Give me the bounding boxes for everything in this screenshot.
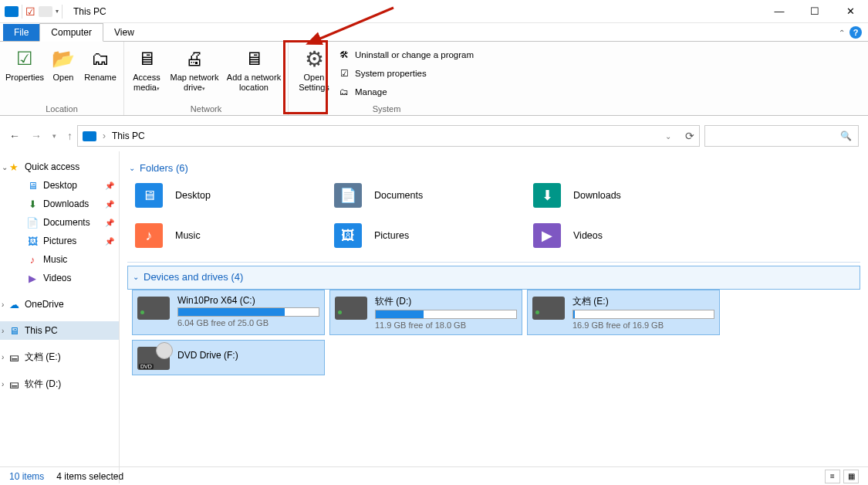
view-details-button[interactable]: ≡ <box>825 470 840 483</box>
status-item-count: 10 items <box>9 471 44 482</box>
desktop-icon: 🖥 <box>26 179 39 192</box>
add-network-location-button[interactable]: Add a network location <box>225 43 283 104</box>
tab-computer[interactable]: Computer <box>39 23 103 42</box>
group-network-label: Network <box>129 104 283 115</box>
group-system: Open Settings 🛠 Uninstall or change a pr… <box>289 42 485 115</box>
properties-label: Properties <box>5 73 44 83</box>
sidebar-desktop[interactable]: 🖥Desktop📌 <box>0 176 119 195</box>
nav-up-button[interactable]: ↑ <box>67 130 73 142</box>
group-location-label: Location <box>5 104 119 115</box>
app-icon[interactable] <box>5 6 19 17</box>
group-location: Properties Open Rename Location <box>0 42 124 115</box>
maximize-button[interactable]: ☐ <box>797 0 833 23</box>
folder-item[interactable]: ⬇Downloads <box>530 180 723 211</box>
folder-item[interactable]: 📄Documents <box>331 180 524 211</box>
manage-icon: 🗂 <box>338 86 350 98</box>
pictures-icon: 🖼 <box>26 235 39 247</box>
ribbon-tabs: File Computer View ⌃ ? <box>0 23 868 42</box>
refresh-icon[interactable]: ⟳ <box>685 130 694 142</box>
drive-usage-bar <box>572 310 714 319</box>
chevron-right-icon[interactable]: › <box>2 327 9 335</box>
nav-back-button[interactable]: ← <box>9 130 20 142</box>
sidebar-this-pc[interactable]: ›🖥This PC <box>0 321 119 340</box>
tab-file[interactable]: File <box>3 24 39 41</box>
drive-item[interactable]: 文档 (E:) 16.9 GB free of 16.9 GB <box>527 290 720 335</box>
rename-button[interactable]: Rename <box>82 43 119 104</box>
map-network-drive-button[interactable]: Map network drive▾ <box>167 43 221 104</box>
main-area: ⌄ ★ Quick access 🖥Desktop📌 ⬇Downloads📌 📄… <box>0 151 868 483</box>
videos-icon: ▶ <box>26 272 39 284</box>
sidebar-downloads[interactable]: ⬇Downloads📌 <box>0 195 119 213</box>
sidebar-documents[interactable]: 📄Documents📌 <box>0 213 119 232</box>
drive-icon <box>335 297 367 320</box>
sidebar-drive-e[interactable]: ›🖴文档 (E:) <box>0 348 119 367</box>
map-network-drive-icon <box>182 46 207 71</box>
qat-folder-icon[interactable] <box>39 6 52 17</box>
search-input[interactable]: 🔍 <box>704 125 859 147</box>
sidebar-music[interactable]: ♪Music <box>0 250 119 269</box>
drive-usage-bar <box>375 310 517 319</box>
group-network: Access media▾ Map network drive▾ Add a n… <box>124 42 289 115</box>
chevron-right-icon[interactable]: › <box>2 380 9 388</box>
properties-button[interactable]: Properties <box>5 43 45 104</box>
chevron-down-icon: ⌄ <box>129 164 135 172</box>
chevron-down-icon[interactable]: ⌄ <box>2 163 9 171</box>
view-large-icons-button[interactable]: ▦ <box>843 470 859 483</box>
uninstall-label: Uninstall or change a program <box>355 50 474 59</box>
folder-icon: ⬇ <box>533 183 561 208</box>
access-media-button[interactable]: Access media▾ <box>129 43 164 104</box>
nav-forward-button[interactable]: → <box>31 130 42 142</box>
address-sep: › <box>103 131 106 141</box>
content-pane: ⌄ Folders (6) 🖥Desktop📄Documents⬇Downloa… <box>120 151 868 483</box>
folder-item[interactable]: 🖼Pictures <box>331 220 524 251</box>
folder-item[interactable]: 🖥Desktop <box>132 180 325 211</box>
tab-view[interactable]: View <box>103 24 145 41</box>
manage-button[interactable]: 🗂 Manage <box>338 83 474 100</box>
breadcrumb[interactable]: This PC <box>112 131 145 141</box>
rename-label: Rename <box>84 73 117 83</box>
sidebar-quick-access[interactable]: ⌄ ★ Quick access <box>0 158 119 176</box>
section-folders-header[interactable]: ⌄ Folders (6) <box>127 158 860 180</box>
section-drives-header[interactable]: ⌄ Devices and drives (4) <box>127 266 860 290</box>
music-icon: ♪ <box>26 253 39 266</box>
downloads-icon: ⬇ <box>26 198 39 210</box>
drive-item[interactable]: DVD DVD Drive (F:) <box>132 340 325 375</box>
pin-icon: 📌 <box>105 200 114 209</box>
qat-properties-icon[interactable]: ☑ <box>25 5 35 18</box>
folder-icon: 🖥 <box>135 183 163 208</box>
drive-icon <box>137 297 170 320</box>
sidebar-pictures[interactable]: 🖼Pictures📌 <box>0 232 119 250</box>
nav-recent-dropdown[interactable]: ▾ <box>52 132 56 140</box>
sidebar-quick-access-label: Quick access <box>25 161 79 172</box>
open-settings-button[interactable]: Open Settings <box>293 43 335 104</box>
status-selected-count: 4 items selected <box>56 471 123 482</box>
drive-item[interactable]: 软件 (D:) 11.9 GB free of 18.0 GB <box>329 290 522 335</box>
sidebar-onedrive[interactable]: ›☁OneDrive <box>0 295 119 314</box>
open-button[interactable]: Open <box>48 43 79 104</box>
help-icon[interactable]: ? <box>849 26 862 39</box>
qat-dropdown-icon[interactable]: ▾ <box>56 8 59 15</box>
properties-icon <box>12 46 37 71</box>
chevron-right-icon[interactable]: › <box>2 300 9 309</box>
add-network-location-label: Add a network location <box>225 73 283 93</box>
minimize-button[interactable]: — <box>762 0 797 23</box>
documents-icon: 📄 <box>26 216 39 229</box>
group-system-label: System <box>293 104 480 115</box>
drive-name: 文档 (E:) <box>572 295 714 308</box>
drive-item[interactable]: Win10Pro X64 (C:) 6.04 GB free of 25.0 G… <box>132 290 325 335</box>
folder-item[interactable]: ♪Music <box>132 220 325 251</box>
chevron-right-icon[interactable]: › <box>2 353 9 361</box>
collapse-ribbon-icon[interactable]: ⌃ <box>839 29 845 37</box>
system-properties-icon: ☑ <box>338 67 350 80</box>
address-dropdown-icon[interactable]: ⌄ <box>665 132 671 141</box>
sidebar-drive-d[interactable]: ›🖴软件 (D:) <box>0 375 119 394</box>
drive-name: Win10Pro X64 (C:) <box>177 295 319 306</box>
address-bar[interactable]: › This PC ⌄ ⟳ <box>77 125 700 147</box>
sidebar-videos[interactable]: ▶Videos <box>0 269 119 287</box>
folder-icon: 🖼 <box>334 223 362 248</box>
close-button[interactable]: ✕ <box>833 0 868 23</box>
add-network-location-icon <box>241 46 266 71</box>
system-properties-button[interactable]: ☑ System properties <box>338 65 474 82</box>
uninstall-program-button[interactable]: 🛠 Uninstall or change a program <box>338 46 474 63</box>
folder-item[interactable]: ▶Videos <box>530 220 723 251</box>
